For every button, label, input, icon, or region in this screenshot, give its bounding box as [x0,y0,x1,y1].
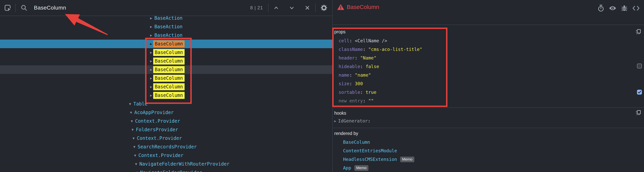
expand-arrow-icon[interactable]: ▾ [132,134,135,142]
component-name-match[interactable]: BaseColumn [153,66,184,73]
expand-arrow-icon[interactable]: ▾ [131,117,133,126]
tree-row[interactable]: ▾ Context.Provider [0,134,332,142]
prop-value[interactable]: "cms-aco-list-title" [368,47,422,52]
clear-search-button[interactable] [300,2,315,14]
inspect-element-button[interactable] [0,2,15,14]
prop-value[interactable]: false [366,64,379,69]
prop-row[interactable]: sortable: true [333,88,644,96]
component-name[interactable]: AcoAppProvider [134,110,174,115]
suspend-component-button[interactable] [596,4,606,12]
expand-arrow-icon[interactable]: ▾ [132,126,134,134]
owner-component-link[interactable]: App [343,165,351,170]
prop-value[interactable]: "name" [355,72,371,78]
tree-row[interactable]: ▾ Context.Provider [0,117,332,126]
prop-sortable-checkbox[interactable] [637,90,642,94]
collapse-arrow-icon[interactable]: ▸ [150,65,152,74]
error-warning-icon [338,4,344,10]
component-name[interactable]: Table [133,101,147,107]
component-name[interactable]: Context.Provider [137,136,182,141]
collapse-arrow-icon[interactable]: ▸ [150,82,152,91]
component-name[interactable]: BaseAction [154,32,183,38]
tree-row[interactable]: ▸ BaseColumn [0,74,332,82]
tree-row[interactable]: ▾ NavigateFolderProvider [0,168,332,172]
collapse-arrow-icon[interactable]: ▸ [150,22,152,31]
tree-row[interactable]: ▸ BaseAction [0,16,332,22]
copy-hooks-button[interactable] [636,110,641,116]
expand-arrow-icon[interactable]: ▾ [129,100,131,108]
prop-value[interactable]: "" [368,98,374,103]
search-input[interactable]: BaseColumn [34,5,66,11]
component-name[interactable]: FoldersProvider [136,127,178,132]
prop-value[interactable]: "Name" [360,56,376,60]
collapse-arrow-icon[interactable]: ▸ [150,74,152,82]
rendered-by-item[interactable]: ContentEntriesModule [333,146,644,155]
prop-value[interactable]: <CellName /> [355,38,387,43]
expand-arrow-icon[interactable]: ▾ [135,160,137,168]
tree-row-hovered[interactable]: ▸ BaseColumn [0,65,332,74]
tree-row[interactable]: ▸ BaseColumn [0,57,332,65]
copy-props-button[interactable] [636,29,641,35]
tree-row[interactable]: ▾ AcoAppProvider [0,108,332,117]
rendered-by-item[interactable]: HeadlessCMSExtension Memo [333,155,644,164]
tree-row[interactable]: ▸ BaseColumn [0,82,332,91]
rendered-by-item[interactable]: App Memo [333,164,644,172]
log-component-data-button[interactable] [620,4,629,12]
expand-arrow-icon[interactable]: ▾ [136,168,138,172]
prop-row[interactable]: hideable: false [333,62,644,71]
prop-value[interactable]: true [366,90,376,95]
component-name[interactable]: BaseAction [154,16,183,21]
expand-arrow-icon[interactable]: ▾ [130,108,132,117]
expand-arrow-icon[interactable]: ▾ [134,151,136,160]
tree-row[interactable]: ▾ Table [0,100,332,108]
tree-row[interactable]: ▾ SearchRecordsProvider [0,142,332,151]
previous-match-button[interactable] [268,2,284,14]
tree-row[interactable]: ▾ Context.Provider [0,151,332,160]
collapse-arrow-icon[interactable]: ▸ [150,40,152,48]
prop-row[interactable]: header: "Name" [333,54,644,62]
tree-row[interactable]: ▾ FoldersProvider [0,126,332,134]
checkmark-icon [638,90,641,94]
toolbar-separator [15,4,16,12]
component-name-match[interactable]: BaseColumn [153,49,184,56]
component-name-current-match[interactable]: BaseColumn [153,40,184,48]
collapse-arrow-icon[interactable]: ▸ [150,31,152,40]
rendered-by-item[interactable]: BaseColumn [333,138,644,146]
collapse-arrow-icon[interactable]: ▸ [150,57,152,65]
component-name-match[interactable]: BaseColumn [153,58,184,64]
prop-hideable-checkbox[interactable] [637,64,642,68]
owner-component-link[interactable]: HeadlessCMSExtension [343,157,397,162]
collapse-arrow-icon[interactable]: ▸ [334,119,336,123]
component-name-match[interactable]: BaseColumn [153,75,184,82]
component-name[interactable]: NavigateFolderWithRouterProvider [139,161,230,167]
component-name[interactable]: NavigateFolderProvider [140,170,202,172]
view-source-button[interactable] [632,4,640,12]
component-name-match[interactable]: BaseColumn [153,83,184,90]
prop-value[interactable]: 300 [355,81,363,86]
prop-row[interactable]: name: "name" [333,71,644,79]
next-match-button[interactable] [284,2,300,14]
component-name[interactable]: BaseAction [154,24,183,30]
component-name[interactable]: Context.Provider [135,118,180,124]
prop-row-new-entry[interactable]: new entry: "" [333,96,644,105]
component-name[interactable]: Context.Provider [138,153,184,158]
collapse-arrow-icon[interactable]: ▸ [150,48,152,57]
tree-row[interactable]: ▾ NavigateFolderWithRouterProvider [0,160,332,168]
owner-component-link[interactable]: ContentEntriesModule [343,148,397,153]
collapse-arrow-icon[interactable]: ▸ [150,16,152,22]
tree-row[interactable]: ▸ BaseAction [0,22,332,31]
prop-row[interactable]: size: 300 [333,79,644,88]
expand-arrow-icon[interactable]: ▾ [133,142,136,151]
settings-button[interactable] [316,2,332,14]
tree-row[interactable]: ▸ BaseColumn [0,48,332,57]
inspect-dom-element-button[interactable] [608,4,617,12]
component-name-match[interactable]: BaseColumn [153,92,184,99]
owner-component-link[interactable]: BaseColumn [343,140,370,145]
tree-row[interactable]: ▸ BaseAction [0,31,332,40]
hook-row[interactable]: ▸ IdGenerator: [333,116,644,125]
prop-row[interactable]: className: "cms-aco-list-title" [333,45,644,54]
tree-row-selected[interactable]: ▸ BaseColumn [0,40,332,48]
tree-row[interactable]: ▸ BaseColumn [0,91,332,100]
prop-row[interactable]: cell: <CellName /> [333,36,644,45]
collapse-arrow-icon[interactable]: ▸ [150,91,152,100]
component-name[interactable]: SearchRecordsProvider [138,144,197,150]
